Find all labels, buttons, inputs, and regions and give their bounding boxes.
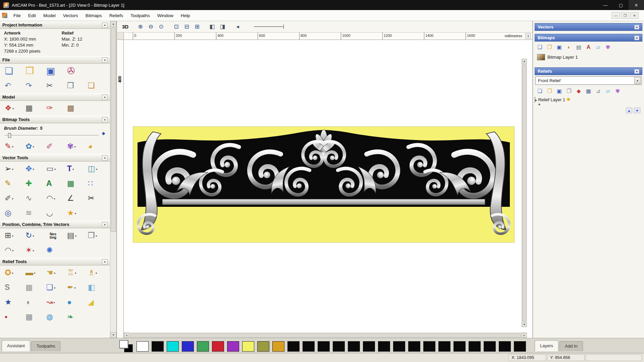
paste-along-curve-icon[interactable]: ✒▸ [66,281,86,294]
expander-icon[interactable]: ▸ [535,98,537,102]
tab-toolpaths[interactable]: Toolpaths [31,341,61,351]
profile-s-icon[interactable]: S [3,281,23,294]
guides-toggle[interactable]: ◨ [218,22,227,31]
color-swatch[interactable] [348,341,360,352]
color-swatch[interactable] [484,341,496,352]
rollup-button[interactable]: ▴ [102,22,108,28]
section-header-relief-tools[interactable]: Relief Tools ▴ [0,258,110,265]
tab-layers[interactable]: Layers [535,340,558,351]
weld-vectors-icon[interactable]: ✶▸ [24,244,44,257]
create-text-icon[interactable]: T▸ [66,162,86,176]
greyscale-image-icon[interactable]: ▩ [66,102,86,115]
rollup-button[interactable]: ▴ [102,222,108,227]
rollup-button[interactable]: ▴ [102,57,108,63]
turn-profile-icon[interactable]: ♗▸ [87,266,107,280]
move-layer-up-button[interactable]: ▲ [626,108,632,113]
color-swatch[interactable] [453,341,466,352]
color-swatch[interactable] [257,341,269,352]
primary-secondary-swatch[interactable] [119,340,133,352]
zoom-in-button[interactable]: ⊕ [136,22,145,31]
paste-icon[interactable]: ❑ [87,79,107,93]
sphere-relief-icon[interactable]: ● [66,296,86,309]
view-3d-button[interactable]: 3D [120,22,130,31]
select-vectors-icon[interactable]: ➢▸ [3,162,23,176]
two-rail-sweep-icon[interactable]: ♖▸ [66,266,86,280]
slider-thumb[interactable] [8,133,11,138]
close-button[interactable]: ✕ [629,0,644,10]
color-swatch[interactable] [167,341,179,352]
brush-diameter-slider[interactable] [5,132,105,138]
bitmap-text-icon[interactable]: A [584,43,593,51]
color-swatch[interactable] [303,341,315,352]
text-in-vector-icon[interactable]: A [45,177,65,190]
save-bitmap-layer-icon[interactable]: ▣ [555,43,564,51]
rollup-button[interactable]: ▴ [102,117,108,122]
new-relief-layer-icon[interactable]: ❏ [536,87,544,95]
open-model-icon[interactable]: ❒ [24,64,44,78]
open-relief-layer-icon[interactable]: ❒ [545,87,554,95]
relief-colours-icon[interactable]: ✾ [613,87,622,95]
dropdown-arrow-icon[interactable]: ▾ [634,77,641,84]
line-style-selector[interactable] [254,23,286,31]
move-layer-down-button[interactable]: ▼ [634,108,640,113]
smudge-tool-icon[interactable]: ↝▸ [45,296,65,309]
align-vectors-icon[interactable]: ⊞▸ [3,229,23,242]
zoom-objects-button[interactable]: ⊞ [192,22,202,31]
flood-fill-icon[interactable]: ✿▸ [24,140,44,153]
join-vectors-icon[interactable]: ◠▸ [45,192,65,205]
calculate-relief-icon[interactable]: ▦ [584,87,593,95]
color-swatch[interactable] [333,341,345,352]
snap-grid-toggle[interactable]: ◧ [207,22,217,31]
set-model-size-icon[interactable]: ❖▸ [3,102,23,115]
zoom-previous-button[interactable]: ⊙ [156,22,166,31]
duplicate-relief-layer-icon[interactable]: ❐ [565,87,573,95]
import-model-icon[interactable]: ✇ [66,64,86,78]
layer-visibility-icon[interactable]: ✹ [567,97,571,102]
open-bitmap-layer-icon[interactable]: ❒ [545,43,554,51]
trim-vectors-icon[interactable]: ✂ [87,192,107,205]
mirror-vectors-icon[interactable]: ◫▸ [87,162,107,176]
scroll-up-button[interactable]: ▲ [110,21,116,27]
offset-copy-icon[interactable]: ❒▸ [87,229,107,242]
shape-editor-icon[interactable]: ✪▸ [3,266,23,280]
zoom-out-button[interactable]: ⊖ [146,22,156,31]
color-swatch[interactable] [227,341,239,352]
maximize-button[interactable]: ▢ [613,0,629,10]
paste-array-icon[interactable]: ∷ [87,177,107,190]
ruler-spin-control[interactable]: ⇕ [525,33,531,39]
fillet-arc-icon[interactable]: ◡ [45,206,65,220]
bitmaps-section-header[interactable]: Bitmaps ▴ [535,34,642,42]
menu-item[interactable]: Toolpaths [127,11,154,20]
tab-add-in[interactable]: Add In [559,341,583,351]
transform-vectors-icon[interactable]: ✥▸ [24,162,44,176]
scrollbar-thumb[interactable] [130,334,521,338]
tab-assistant[interactable]: Assistant [2,340,30,351]
bitmap-layer-row[interactable]: Bitmap Layer 1 [535,53,642,62]
vector-doctor-icon[interactable]: ✚ [24,177,44,190]
mdi-minimize-button[interactable]: — [611,12,620,19]
envelope-distort-icon[interactable]: ◧ [87,281,107,294]
primary-colour-swatch[interactable] [119,340,128,348]
smooth-polyline-icon[interactable]: ∿ [24,192,44,205]
redo-icon[interactable]: ↷ [24,79,44,93]
scale-relief-icon[interactable]: ⊿ [594,87,602,95]
copy-icon[interactable]: ❐ [66,79,86,93]
angle-relief-icon[interactable]: ◢ [87,296,107,309]
distort-vectors-icon[interactable]: ≋ [24,206,44,220]
color-swatch[interactable] [514,341,526,352]
node-editing-icon[interactable]: ✐▸ [3,192,23,205]
rollup-button[interactable]: ▴ [102,155,108,161]
paint-layer-icon[interactable]: ◐ [565,43,573,51]
menu-item[interactable]: File [10,11,24,20]
dome-relief-icon[interactable]: ◍ [45,310,65,324]
clear-bitmap-layer-icon[interactable]: ▱ [594,43,602,51]
paint-brush-icon[interactable]: ✎▸ [3,140,23,153]
cushion-relief-icon[interactable]: ◖ [24,296,44,309]
color-swatch[interactable] [423,341,435,352]
scroll-right-button[interactable]: ▸ [522,333,527,338]
create-star-icon[interactable]: ★▸ [66,206,86,220]
rollup-button[interactable]: ▴ [634,36,639,40]
preview-relief-button[interactable]: ◂ [233,22,243,31]
scroll-left-button[interactable]: ◂ [124,333,129,338]
scrollbar-thumb[interactable] [111,27,116,232]
